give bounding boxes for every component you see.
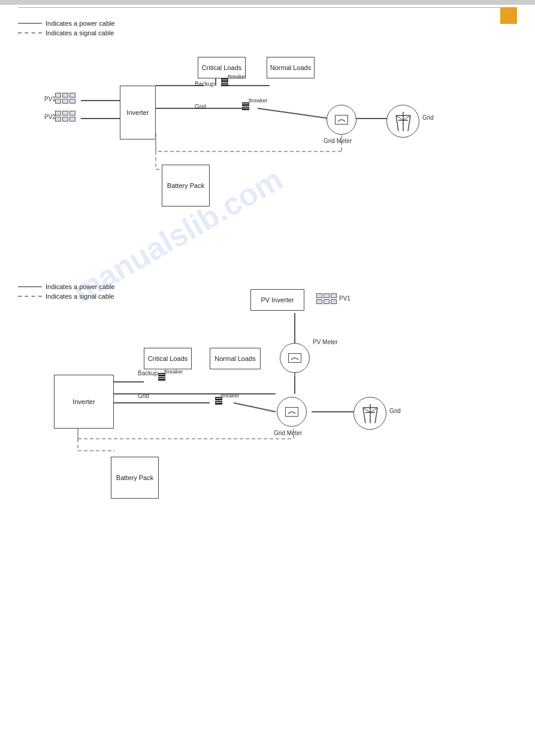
breaker1-label: Breaker <box>228 74 247 80</box>
breaker2-sym2 <box>213 397 225 409</box>
grid-meter-label2: Grid Meter <box>274 430 302 436</box>
pv1-label2: PV1 <box>339 295 350 302</box>
critical-loads-box2: Critical Loads <box>144 348 192 369</box>
pv2-label: PV2 <box>44 114 56 120</box>
pv2-panel <box>55 111 75 122</box>
diagram1: Indicates a power cable Indicates a sign… <box>18 14 517 265</box>
power-cable-line <box>18 23 42 24</box>
pv1-panel <box>55 93 75 104</box>
grid-label-sym1: Grid <box>422 114 434 121</box>
breaker2-sym <box>240 102 252 114</box>
svg-line-37 <box>363 408 365 423</box>
signal-cable-label: Indicates a signal cable <box>46 29 114 37</box>
signal-cable-line2 <box>18 296 42 297</box>
grid-meter-sym2 <box>277 397 307 427</box>
backup-label1: Backup <box>195 81 214 87</box>
pv1-panel2 <box>316 293 337 304</box>
normal-loads-box: Normal Loads <box>267 57 315 78</box>
pv-meter-label: PV Meter <box>313 339 338 345</box>
normal-loads-box2: Normal Loads <box>210 348 261 369</box>
pv-meter-sym <box>280 343 310 373</box>
inverter-box: Inverter <box>120 86 156 139</box>
pv1-label: PV1 <box>44 96 56 102</box>
breaker1-sym <box>219 78 231 90</box>
pv-inverter-box: PV Inverter <box>250 289 304 311</box>
power-cable-line2 <box>18 286 42 287</box>
breaker2-label: Breaker <box>249 98 268 104</box>
power-cable-label: Indicates a power cable <box>46 20 115 27</box>
battery-pack-box1: Battery Pack <box>162 165 210 207</box>
separator-line <box>18 7 517 8</box>
breaker2-label2: Breaker <box>220 393 240 399</box>
diagram-area: manualslib.com Indicates a power cable I… <box>0 14 535 564</box>
signal-cable-line <box>18 32 42 34</box>
grid-meter-label1: Grid Meter <box>324 138 352 144</box>
backup-label2: Backup <box>138 370 158 377</box>
header-bar <box>0 0 535 5</box>
svg-line-18 <box>408 116 410 131</box>
svg-line-26 <box>234 403 276 412</box>
breaker1-sym2 <box>156 373 168 385</box>
svg-line-38 <box>375 408 377 423</box>
grid-label-sym2: Grid <box>389 408 401 414</box>
breaker1-label2: Breaker <box>164 369 183 375</box>
grid-label1: Grid <box>195 104 206 110</box>
legend2: Indicates a power cable Indicates a sign… <box>18 283 115 302</box>
legend1: Indicates a power cable Indicates a sign… <box>18 20 115 39</box>
svg-line-7 <box>258 108 330 119</box>
battery-pack-box2: Battery Pack <box>111 457 159 499</box>
signal-cable-label2: Indicates a signal cable <box>46 293 114 300</box>
grid-sym1 <box>386 105 419 138</box>
diagram2: Indicates a power cable Indicates a sign… <box>18 277 517 564</box>
inverter-box2: Inverter <box>54 375 114 429</box>
diagram1-svg <box>18 14 517 265</box>
svg-line-17 <box>396 116 398 131</box>
grid-sym2 <box>353 397 386 430</box>
grid-label2: Grid <box>138 393 149 399</box>
grid-meter-sym1 <box>327 105 356 135</box>
power-cable-label2: Indicates a power cable <box>46 283 115 290</box>
